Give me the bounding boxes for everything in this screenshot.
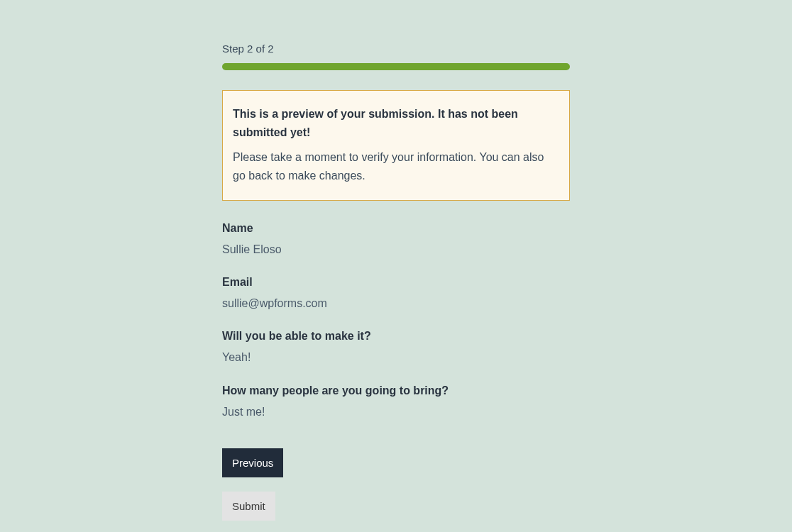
field-value-guests: Just me!	[222, 404, 570, 420]
field-label-name: Name	[222, 222, 570, 235]
submit-button[interactable]: Submit	[222, 492, 275, 521]
notice-text: Please take a moment to verify your info…	[233, 148, 559, 186]
previous-button[interactable]: Previous	[222, 448, 283, 477]
field-email: Email sullie@wpforms.com	[222, 276, 570, 311]
field-value-name: Sullie Eloso	[222, 242, 570, 257]
field-label-email: Email	[222, 276, 570, 289]
notice-title: This is a preview of your submission. It…	[233, 105, 559, 143]
form-preview-container: Step 2 of 2 This is a preview of your su…	[222, 43, 570, 532]
field-label-guests: How many people are you going to bring?	[222, 384, 570, 397]
step-indicator: Step 2 of 2	[222, 43, 570, 55]
preview-notice: This is a preview of your submission. It…	[222, 90, 570, 201]
field-guests: How many people are you going to bring? …	[222, 384, 570, 420]
field-value-email: sullie@wpforms.com	[222, 296, 570, 311]
button-group: Previous Submit	[222, 448, 570, 532]
field-name: Name Sullie Eloso	[222, 222, 570, 257]
field-value-attendance: Yeah!	[222, 350, 570, 365]
progress-bar	[222, 63, 570, 70]
field-attendance: Will you be able to make it? Yeah!	[222, 330, 570, 365]
field-label-attendance: Will you be able to make it?	[222, 330, 570, 343]
